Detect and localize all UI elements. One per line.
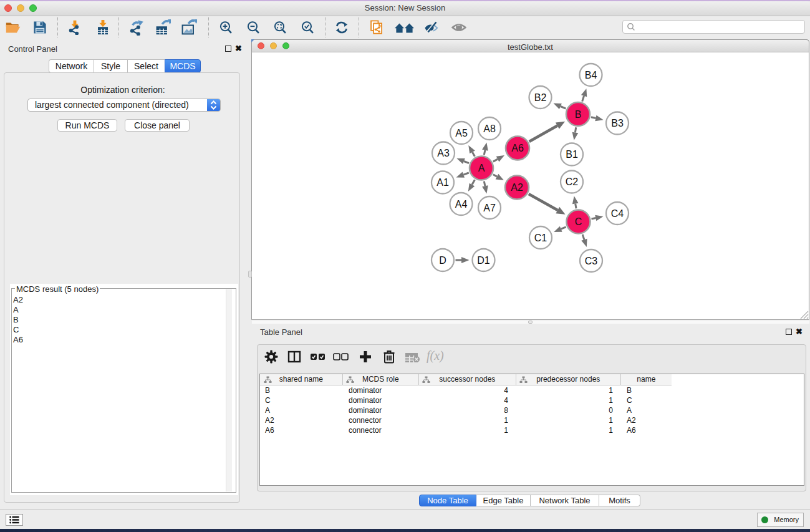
svg-text:A2: A2 [511, 182, 523, 193]
svg-text:A1: A1 [436, 177, 449, 188]
svg-text:B4: B4 [585, 70, 597, 80]
svg-text:C1: C1 [534, 233, 547, 243]
svg-text:C: C [575, 216, 582, 227]
svg-text:B3: B3 [611, 118, 624, 128]
svg-text:D1: D1 [477, 255, 490, 266]
svg-text:A8: A8 [483, 123, 496, 134]
svg-text:A7: A7 [483, 203, 496, 213]
svg-text:B2: B2 [534, 92, 547, 103]
svg-text:A: A [478, 163, 485, 173]
svg-text:C2: C2 [566, 177, 579, 187]
svg-text:A6: A6 [511, 143, 524, 153]
svg-text:C3: C3 [585, 256, 598, 266]
svg-text:D: D [439, 255, 446, 266]
svg-text:B: B [575, 109, 582, 120]
svg-text:A5: A5 [455, 128, 468, 138]
svg-text:C4: C4 [611, 208, 624, 219]
svg-text:A4: A4 [455, 199, 468, 210]
svg-text:B1: B1 [566, 149, 578, 160]
svg-text:A3: A3 [437, 148, 450, 158]
